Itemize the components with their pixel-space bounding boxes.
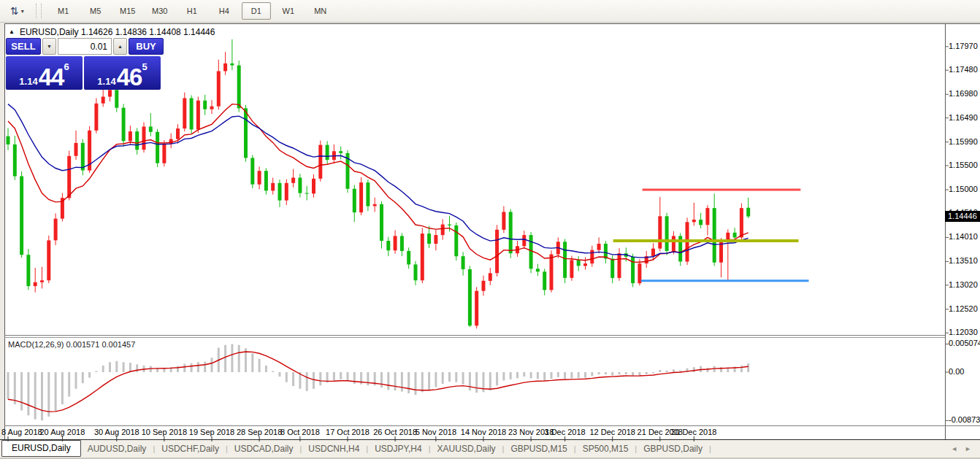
one-click-trading-panel: SELL ▼ ▲ BUY 1.14 44 6 1.14 46 5 bbox=[6, 38, 164, 90]
macd-histogram-bar bbox=[605, 372, 607, 374]
macd-histogram-bar bbox=[109, 362, 111, 372]
macd-signal-line bbox=[8, 352, 749, 412]
candle-body bbox=[570, 260, 573, 277]
ask-price-prefix: 1.14 bbox=[97, 76, 115, 87]
collapse-panel-icon[interactable]: ▲ bbox=[9, 28, 15, 35]
candle-body bbox=[434, 235, 437, 244]
ma-slow-line bbox=[8, 104, 749, 258]
date-axis-label: 31 Dec 2018 bbox=[665, 428, 723, 436]
macd-histogram-bar bbox=[564, 372, 566, 379]
candle-body bbox=[176, 128, 180, 139]
macd-histogram-bar bbox=[475, 372, 478, 393]
candle-body bbox=[550, 255, 554, 290]
macd-histogram-bar bbox=[469, 372, 471, 390]
candle-body bbox=[373, 204, 377, 207]
macd-histogram-bar bbox=[557, 372, 559, 377]
candle-body bbox=[237, 66, 241, 109]
macd-histogram-bar bbox=[102, 366, 104, 372]
candle-body bbox=[386, 241, 390, 250]
price-axis-label: 1.13510 bbox=[949, 256, 978, 265]
ask-price-box[interactable]: 1.14 46 5 bbox=[84, 56, 161, 90]
macd-histogram-bar bbox=[55, 372, 57, 411]
candle-body bbox=[54, 219, 58, 241]
macd-axis-label: -0.00873 bbox=[949, 415, 980, 424]
candle-body bbox=[577, 260, 581, 266]
macd-histogram-bar bbox=[20, 372, 23, 410]
macd-histogram-bar bbox=[265, 366, 267, 372]
sell-button[interactable]: SELL bbox=[6, 38, 41, 55]
macd-histogram-bar bbox=[619, 372, 621, 374]
candle-body bbox=[318, 145, 322, 179]
price-axis-label: 1.15500 bbox=[949, 161, 978, 169]
macd-histogram-bar bbox=[231, 344, 233, 372]
candle-body bbox=[454, 225, 458, 256]
macd-histogram-bar bbox=[659, 370, 661, 372]
candle-body bbox=[129, 131, 132, 141]
bid-price-box[interactable]: 1.14 44 6 bbox=[6, 56, 83, 90]
price-axis-label: 1.17970 bbox=[949, 42, 978, 50]
macd-histogram-bar bbox=[591, 372, 593, 376]
macd-histogram-bar bbox=[115, 361, 118, 372]
candle-body bbox=[489, 273, 492, 281]
candle-body bbox=[115, 90, 118, 107]
candle-body bbox=[271, 183, 275, 191]
macd-histogram-bar bbox=[191, 363, 193, 372]
macd-histogram-bar bbox=[306, 372, 308, 391]
candle-body bbox=[366, 182, 370, 206]
candle-body bbox=[26, 255, 30, 286]
candle-body bbox=[149, 127, 153, 132]
candle-body bbox=[291, 178, 295, 183]
price-axis-label: 1.14010 bbox=[949, 232, 978, 241]
price-axis-label: 1.12520 bbox=[949, 304, 978, 313]
macd-histogram-bar bbox=[537, 372, 539, 379]
candle-body bbox=[196, 101, 200, 130]
macd-axis-label: 0.00 bbox=[949, 367, 964, 376]
candle-body bbox=[618, 253, 621, 278]
candle-body bbox=[740, 208, 743, 237]
candle-body bbox=[108, 90, 112, 96]
candle-body bbox=[692, 220, 696, 222]
candle-body bbox=[380, 204, 383, 241]
volume-decrease-button[interactable]: ▼ bbox=[42, 38, 56, 55]
candle-body bbox=[604, 244, 608, 259]
macd-histogram-bar bbox=[693, 367, 695, 372]
candle-body bbox=[631, 257, 635, 283]
candle-body bbox=[414, 264, 418, 280]
candle-body bbox=[529, 235, 533, 269]
macd-histogram-bar bbox=[570, 372, 573, 378]
candle-body bbox=[482, 281, 486, 291]
macd-histogram-bar bbox=[353, 372, 356, 384]
macd-histogram-bar bbox=[333, 372, 335, 380]
macd-histogram-bar bbox=[489, 372, 491, 390]
macd-histogram-bar bbox=[510, 372, 512, 379]
candle-body bbox=[34, 282, 37, 286]
bid-price-prefix: 1.14 bbox=[19, 76, 37, 87]
volume-increase-button[interactable]: ▲ bbox=[113, 38, 127, 55]
volume-input[interactable] bbox=[58, 38, 112, 55]
macd-histogram-bar bbox=[34, 372, 37, 420]
candle-body bbox=[583, 263, 587, 266]
macd-histogram-bar bbox=[88, 372, 91, 378]
macd-histogram-bar bbox=[496, 372, 498, 385]
macd-histogram-bar bbox=[543, 372, 545, 380]
price-axis-label: 1.15990 bbox=[949, 137, 978, 146]
candle-body bbox=[74, 143, 78, 156]
macd-histogram-bar bbox=[551, 372, 553, 379]
candle-body bbox=[407, 251, 410, 265]
date-axis-label: 20 Aug 2018 bbox=[33, 428, 91, 436]
candle-body bbox=[448, 225, 451, 225]
candle-body bbox=[230, 63, 234, 66]
buy-button[interactable]: BUY bbox=[129, 38, 164, 55]
macd-histogram-bar bbox=[272, 371, 274, 372]
candle-body bbox=[563, 242, 567, 278]
macd-axis-label: 0.005074 bbox=[949, 339, 980, 347]
macd-histogram-bar bbox=[401, 372, 403, 392]
candle-body bbox=[40, 280, 44, 282]
candle-body bbox=[258, 171, 261, 185]
bid-price-point: 6 bbox=[64, 63, 69, 72]
macd-histogram-bar bbox=[75, 372, 77, 389]
macd-histogram-bar bbox=[7, 372, 9, 399]
candle-body bbox=[264, 171, 268, 190]
candle-body bbox=[421, 234, 424, 280]
macd-histogram-bar bbox=[238, 345, 240, 372]
